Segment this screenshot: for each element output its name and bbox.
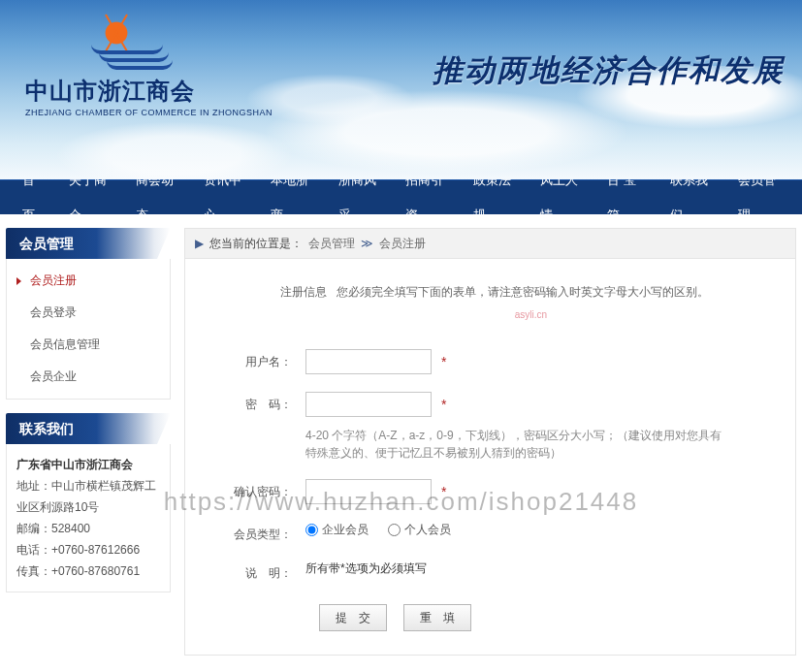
header-slogan: 推动两地经济合作和发展 [433,50,785,91]
breadcrumb-l1[interactable]: 会员管理 [308,228,355,259]
password-label: 密 码： [199,392,305,413]
logo-subtitle: ZHEJIANG CHAMBER OF COMMERCE IN ZHONGSHA… [25,108,316,117]
username-input[interactable] [305,349,432,374]
mtype-option-label: 个人会员 [404,522,451,538]
sidebar-item-3[interactable]: 会员企业 [7,361,170,393]
password-input[interactable] [305,392,432,417]
mtype-option-0[interactable]: 企业会员 [305,522,369,538]
form-tip-label: 注册信息 [280,285,327,299]
reset-button[interactable]: 重 填 [403,604,471,631]
mtype-option-1[interactable]: 个人会员 [388,522,451,538]
sidebar-manage-block: 会员管理 会员注册会员登录会员信息管理会员企业 [6,228,171,400]
mtype-label: 会员类型： [199,522,305,543]
confirm-label: 确认密码： [199,479,305,500]
sidebar-item-1[interactable]: 会员登录 [7,297,170,329]
logo-sun-icon [103,19,130,47]
sidebar-contact-title: 联系我们 [6,413,171,444]
sidebar-manage-list: 会员注册会员登录会员信息管理会员企业 [6,259,171,400]
username-label: 用户名： [199,349,305,370]
top-nav: 首页关于商会商会动态资讯中心本地浙商浙商风采招商引资政策法规风土人情百 宝 箱联… [0,179,802,214]
note-text: 所有带*选项为必须填写 [305,560,427,577]
contact-post: 528400 [51,522,90,535]
mtype-radio-1[interactable] [388,524,401,536]
sidebar-item-2[interactable]: 会员信息管理 [7,329,170,361]
breadcrumb: ▶ 您当前的位置是： 会员管理 ≫ 会员注册 [184,228,796,259]
logo-title: 中山市浙江商会 [25,76,316,107]
form-tip-text: 您必须完全填写下面的表单，请注意密码输入时英文字母大小写的区别。 [337,285,709,299]
breadcrumb-l2: 会员注册 [379,228,426,259]
chevron-right-icon: ▶ [195,228,204,259]
required-icon: * [437,484,446,499]
contact-tel: +0760-87612666 [51,543,140,557]
contact-fax-label: 传真： [16,564,51,578]
breadcrumb-prefix: 您当前的位置是： [209,228,303,259]
logo[interactable]: 中山市浙江商会 ZHEJIANG CHAMBER OF COMMERCE IN … [25,19,316,117]
sidebar: 会员管理 会员注册会员登录会员信息管理会员企业 联系我们 广东省中山市浙江商会 … [6,228,171,656]
contact-post-label: 邮编： [16,522,51,535]
mtype-group: 企业会员个人会员 [305,522,782,538]
contact-body: 广东省中山市浙江商会 地址：中山市横栏镇茂辉工业区利源路10号 邮编：52840… [6,444,171,592]
contact-fax: +0760-87680761 [51,564,140,578]
register-form: 注册信息 您必须完全填写下面的表单，请注意密码输入时英文字母大小写的区别。 as… [184,259,796,656]
main: ▶ 您当前的位置是： 会员管理 ≫ 会员注册 注册信息 您必须完全填写下面的表单… [184,228,796,656]
required-icon: * [437,354,446,369]
sidebar-item-0[interactable]: 会员注册 [7,265,170,297]
mtype-option-label: 企业会员 [322,522,369,538]
breadcrumb-sep-icon: ≫ [361,228,373,259]
mtype-radio-0[interactable] [305,524,318,536]
watermark-small: asyli.cn [280,305,782,325]
submit-button[interactable]: 提 交 [319,604,387,631]
required-icon: * [437,397,446,412]
note-label: 说 明： [199,560,305,582]
confirm-input[interactable] [305,479,432,504]
sidebar-manage-title: 会员管理 [6,228,171,259]
contact-addr-label: 地址： [16,479,51,493]
form-tip: 注册信息 您必须完全填写下面的表单，请注意密码输入时英文字母大小写的区别。 as… [199,276,782,340]
password-hint: 4-20 个字符（A-Z，a-z，0-9，下划线），密码区分大小写；（建议使用对… [305,423,722,462]
sidebar-contact-block: 联系我们 广东省中山市浙江商会 地址：中山市横栏镇茂辉工业区利源路10号 邮编：… [6,413,171,592]
logo-wave-icon [91,45,188,70]
contact-tel-label: 电话： [16,543,51,557]
header: 中山市浙江商会 ZHEJIANG CHAMBER OF COMMERCE IN … [0,0,802,179]
contact-org: 广东省中山市浙江商会 [16,458,133,471]
